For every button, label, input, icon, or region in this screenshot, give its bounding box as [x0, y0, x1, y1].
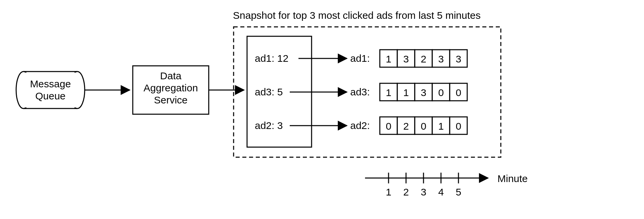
svg-text:ad1:: ad1:: [350, 53, 370, 64]
cell-ad2-m4: 1: [438, 121, 444, 132]
agg-label-1: Data: [160, 70, 182, 81]
tick-1: 1: [386, 186, 392, 198]
agg-label-2: Aggregation: [144, 82, 198, 93]
minute-cells-ad3: 1 1 3 0 0: [380, 83, 467, 101]
tick-2: 2: [403, 186, 409, 198]
snapshot-title: Snapshot for top 3 most clicked ads from…: [233, 10, 481, 21]
diagram-canvas: Message Queue Data Aggregation Service S…: [0, 0, 644, 219]
cell-ad3-m1: 1: [386, 87, 392, 98]
summary-total-ad3: 5: [277, 86, 283, 97]
cell-ad2-m3: 0: [421, 121, 427, 132]
tick-3: 3: [421, 186, 427, 198]
svg-text:ad3: 5: ad3: 5: [255, 86, 283, 97]
detail-name-ad1: ad1: [350, 53, 367, 64]
summary-total-ad2: 3: [277, 120, 283, 131]
time-axis: 1 2 3 4 5 Minute: [365, 173, 528, 198]
message-queue-cylinder: Message Queue: [16, 72, 85, 108]
tick-4: 4: [438, 186, 444, 198]
message-queue-label-1: Message: [30, 78, 71, 89]
minute-cells-ad1: 1 3 2 3 3: [380, 50, 467, 67]
cell-ad2-m2: 2: [403, 121, 409, 132]
cell-ad3-m2: 1: [403, 87, 409, 98]
svg-text:ad1: 12: ad1: 12: [255, 53, 288, 64]
summary-name-ad3: ad3: [255, 86, 272, 97]
svg-rect-4: [24, 73, 77, 107]
cell-ad1-m4: 3: [438, 53, 444, 64]
cell-ad1-m3: 2: [421, 53, 427, 64]
cell-ad3-m4: 0: [438, 87, 444, 98]
svg-text:ad3:: ad3:: [350, 86, 370, 97]
message-queue-label-2: Queue: [35, 90, 66, 101]
cell-ad1-m5: 3: [456, 53, 461, 64]
summary-name-ad2: ad2: [255, 120, 272, 131]
cell-ad1-m1: 1: [386, 53, 392, 64]
detail-name-ad2: ad2: [350, 120, 367, 131]
tick-5: 5: [456, 186, 461, 198]
svg-text:ad2:: ad2:: [350, 120, 370, 131]
cell-ad2-m5: 0: [456, 121, 461, 132]
cell-ad2-m1: 0: [386, 121, 392, 132]
svg-text:ad2: 3: ad2: 3: [255, 120, 283, 131]
data-aggregation-service-box: Data Aggregation Service: [133, 66, 209, 114]
summary-name-ad1: ad1: [255, 53, 272, 64]
cell-ad3-m3: 3: [421, 87, 427, 98]
time-axis-label: Minute: [497, 173, 528, 184]
minute-cells-ad2: 0 2 0 1 0: [380, 117, 467, 134]
cell-ad1-m2: 3: [403, 53, 409, 64]
agg-label-3: Service: [154, 94, 188, 105]
detail-name-ad3: ad3: [350, 86, 367, 97]
summary-total-ad1: 12: [277, 53, 288, 64]
cell-ad3-m5: 0: [456, 87, 461, 98]
